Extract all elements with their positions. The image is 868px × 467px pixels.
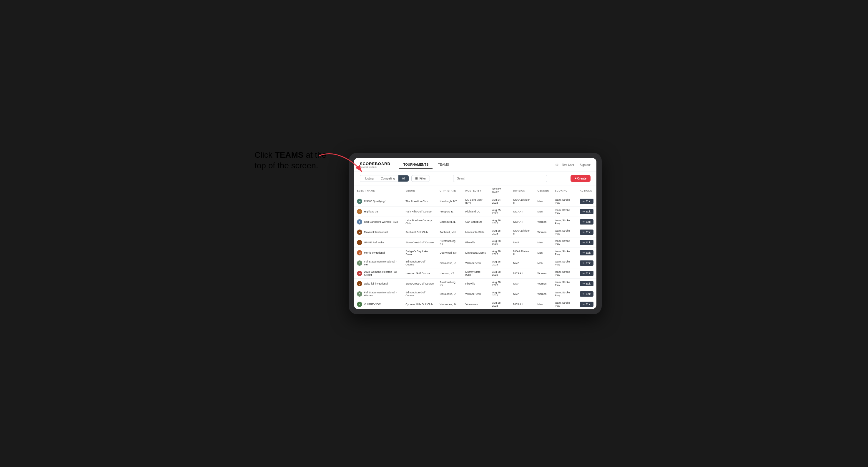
edit-btn-0[interactable]: ✏ Edit (580, 199, 593, 204)
table-container: EVENT NAME VENUE CITY, STATE HOSTED BY S… (354, 185, 596, 309)
cell-venue-0: The Powelton Club (403, 196, 437, 207)
event-name-10: VU PREVIEW (364, 303, 381, 306)
cell-scoring-6: team, Stroke Play (552, 258, 577, 268)
event-name-7: 2023 Women's Hesston Fall Kickoff (364, 271, 400, 276)
table-row: W 2023 Women's Hesston Fall Kickoff Hess… (354, 268, 596, 279)
edit-icon-10: ✏ (583, 303, 585, 306)
cell-actions-0: ✏ Edit (577, 196, 596, 207)
tab-teams[interactable]: TEAMS (434, 161, 453, 168)
cell-scoring-9: team, Stroke Play (552, 289, 577, 299)
cell-venue-4: StoneCrest Golf Course (403, 238, 437, 248)
edit-icon-2: ✏ (583, 220, 585, 223)
edit-btn-3[interactable]: ✏ Edit (580, 229, 593, 235)
cell-venue-1: Park Hills Golf Course (403, 207, 437, 217)
team-logo-2: C (357, 219, 362, 224)
main-nav: TOURNAMENTS TEAMS (399, 161, 555, 168)
cell-gender-0: Men (534, 196, 552, 207)
edit-icon-1: ✏ (583, 210, 585, 213)
table-row: C Carl Sandburg Women FA23 Lake Bracken … (354, 217, 596, 227)
tab-tournaments[interactable]: TOURNAMENTS (399, 161, 433, 168)
cell-division-7: NICAA II (510, 268, 534, 279)
cell-date-8: Aug 28, 2023 (489, 279, 510, 289)
signout-link[interactable]: Sign out (580, 163, 591, 166)
all-filter-btn[interactable]: All (398, 176, 409, 182)
cell-city-8: Prestonsburg, KY (437, 279, 462, 289)
cell-gender-3: Women (534, 227, 552, 238)
search-input[interactable] (453, 175, 547, 182)
edit-btn-9[interactable]: ✏ Edit (580, 291, 593, 297)
edit-btn-2[interactable]: ✏ Edit (580, 219, 593, 224)
cell-venue-6: Edmundson Golf Course (403, 258, 437, 268)
cell-date-1: Aug 25, 2023 (489, 207, 510, 217)
team-logo-5: M (357, 250, 362, 255)
filter-pill-btn[interactable]: ☰ Filter (411, 175, 430, 182)
cell-city-1: Freeport, IL (437, 207, 462, 217)
cell-scoring-5: team, Stroke Play (552, 248, 577, 258)
team-logo-4: U (357, 240, 362, 245)
edit-btn-8[interactable]: ✏ Edit (580, 281, 593, 286)
col-actions: ACTIONS (577, 185, 596, 196)
team-logo-6: F (357, 260, 362, 266)
cell-date-6: Aug 28, 2023 (489, 258, 510, 268)
edit-icon-4: ✏ (583, 241, 585, 244)
cell-actions-5: ✏ Edit (577, 248, 596, 258)
table-row: U upike fall invitational StoneCrest Gol… (354, 279, 596, 289)
cell-city-3: Faribault, MN (437, 227, 462, 238)
event-name-1: Highland 36 (364, 210, 378, 213)
edit-btn-7[interactable]: ✏ Edit (580, 271, 593, 276)
cell-hosted-9: William Penn (463, 289, 489, 299)
event-name-8: upike fall invitational (364, 282, 388, 285)
edit-label-0: Edit (586, 200, 591, 203)
event-name-5: Morris Invitational (364, 251, 385, 254)
app-header: SCOREBOARD Powered by clippit TOURNAMENT… (354, 158, 596, 172)
instruction-bold: TEAMS (275, 150, 303, 159)
settings-icon[interactable]: ⚙ (555, 162, 559, 167)
edit-btn-4[interactable]: ✏ Edit (580, 240, 593, 245)
cell-scoring-4: team, Stroke Play (552, 238, 577, 248)
edit-icon-5: ✏ (583, 251, 585, 254)
table-row: V VU PREVIEW Cypress Hills Golf Club Vin… (354, 299, 596, 309)
cell-division-6: NAIA (510, 258, 534, 268)
competing-filter-btn[interactable]: Competing (377, 176, 398, 182)
cell-division-10: NICAA II (510, 299, 534, 309)
cell-event-name-7: W 2023 Women's Hesston Fall Kickoff (354, 268, 403, 279)
cell-venue-10: Cypress Hills Golf Club (403, 299, 437, 309)
instruction-text: Click TEAMS at thetop of the screen. (254, 150, 343, 171)
logo-subtitle: Powered by clippit (360, 166, 391, 168)
col-venue: VENUE (403, 185, 437, 196)
cell-hosted-5: Minnesota-Morris (463, 248, 489, 258)
filter-label: Filter (419, 177, 426, 180)
hosting-filter-btn[interactable]: Hosting (360, 176, 377, 182)
cell-city-0: Newburgh, NY (437, 196, 462, 207)
header-right: ⚙ Test User | Sign out (555, 162, 591, 167)
cell-gender-4: Men (534, 238, 552, 248)
edit-btn-10[interactable]: ✏ Edit (580, 302, 593, 307)
col-hosted: HOSTED BY (463, 185, 489, 196)
username: Test User (562, 163, 574, 166)
cell-hosted-4: Pikeville (463, 238, 489, 248)
col-date: START DATE (489, 185, 510, 196)
table-header: EVENT NAME VENUE CITY, STATE HOSTED BY S… (354, 185, 596, 196)
team-logo-8: U (357, 281, 362, 286)
team-logo-9: F (357, 291, 362, 297)
cell-actions-7: ✏ Edit (577, 268, 596, 279)
edit-label-5: Edit (586, 251, 591, 254)
edit-btn-5[interactable]: ✏ Edit (580, 250, 593, 255)
cell-event-name-9: F Fall Statesmen Invitational - Women (354, 289, 403, 299)
cell-actions-4: ✏ Edit (577, 238, 596, 248)
cell-gender-2: Women (534, 217, 552, 227)
cell-division-5: NCAA Division III (510, 248, 534, 258)
cell-event-name-0: M MSMC Qualifying 1 (354, 196, 403, 207)
cell-division-3: NCAA Division II (510, 227, 534, 238)
edit-btn-6[interactable]: ✏ Edit (580, 260, 593, 266)
create-btn[interactable]: + Create (570, 175, 591, 182)
edit-icon-9: ✏ (583, 292, 585, 295)
edit-label-4: Edit (586, 241, 591, 244)
cell-hosted-0: Mt. Saint Mary (NY) (463, 196, 489, 207)
edit-btn-1[interactable]: ✏ Edit (580, 209, 593, 214)
event-name-3: Maverick Invitational (364, 231, 388, 234)
tablet-device: SCOREBOARD Powered by clippit TOURNAMENT… (349, 153, 602, 314)
col-event-name: EVENT NAME (354, 185, 403, 196)
cell-venue-3: Faribault Golf Club (403, 227, 437, 238)
cell-actions-6: ✏ Edit (577, 258, 596, 268)
